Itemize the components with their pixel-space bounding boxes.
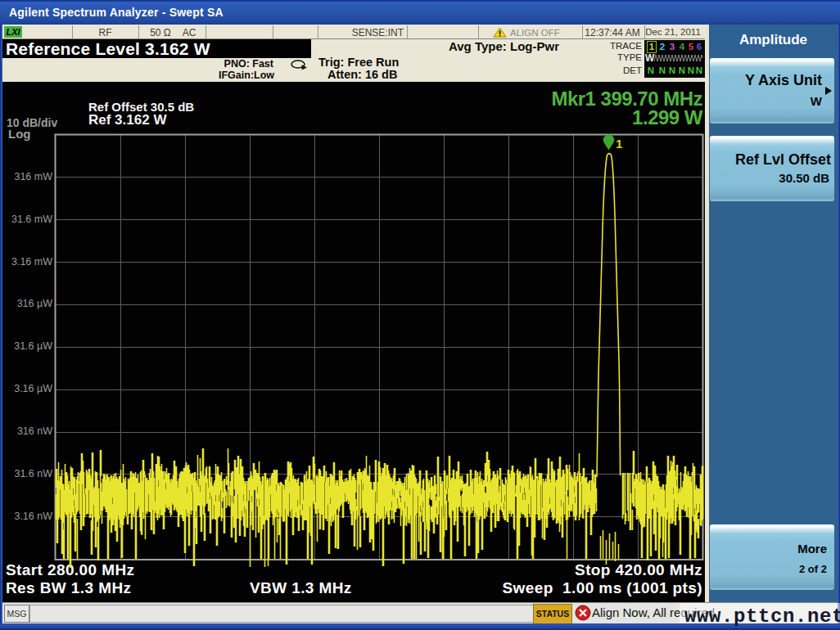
svg-text:1: 1 (616, 137, 622, 151)
